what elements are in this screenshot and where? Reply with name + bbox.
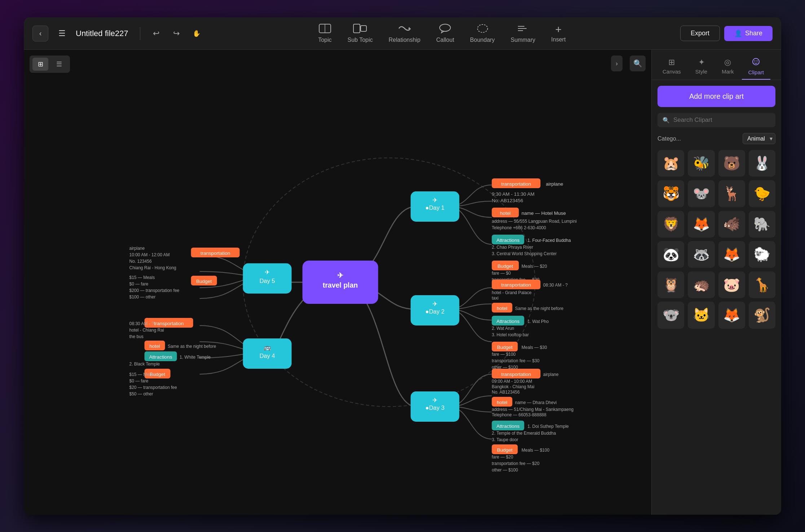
clipart-item[interactable]: 🐑 bbox=[749, 241, 775, 268]
svg-text:●Day 3: ●Day 3 bbox=[425, 404, 444, 411]
svg-text:✈: ✈ bbox=[337, 271, 343, 279]
redo-button[interactable]: ↪ bbox=[169, 26, 184, 41]
svg-text:Meals — $20: Meals — $20 bbox=[522, 264, 547, 269]
tool-topic[interactable]: Topic bbox=[311, 21, 339, 46]
relationship-icon bbox=[397, 23, 412, 35]
clipart-item[interactable]: 🐼 bbox=[657, 241, 684, 268]
add-clipart-button[interactable]: Add more clip art bbox=[657, 86, 775, 107]
clipart-item[interactable]: 🦊 bbox=[718, 302, 745, 328]
tab-clipart[interactable]: Clipart bbox=[742, 54, 770, 80]
clipart-item[interactable]: 🦌 bbox=[718, 180, 745, 207]
undo-button[interactable]: ↩ bbox=[149, 26, 163, 41]
svg-text:address — 55/555 Langpuan Road: address — 55/555 Langpuan Road, Lumpini bbox=[492, 219, 577, 224]
svg-text:No. 123456: No. 123456 bbox=[129, 259, 152, 264]
svg-point-122 bbox=[753, 58, 759, 65]
share-button[interactable]: 👤 Share bbox=[724, 26, 773, 41]
svg-text:taxi: taxi bbox=[492, 296, 499, 301]
clipart-item[interactable]: 🦔 bbox=[688, 271, 714, 298]
clipart-item[interactable]: 🐤 bbox=[749, 180, 775, 207]
svg-rect-3 bbox=[361, 26, 366, 31]
clipart-item[interactable]: 🦉 bbox=[657, 271, 684, 298]
svg-text:Budget: Budget bbox=[196, 279, 212, 284]
clipart-item[interactable]: 🐰 bbox=[749, 150, 775, 177]
category-select[interactable]: Animal Nature Food Travel bbox=[743, 133, 775, 144]
clipart-item[interactable]: 🐱 bbox=[688, 302, 714, 328]
insert-icon: + bbox=[555, 24, 562, 35]
svg-text:1. Wat Pho: 1. Wat Pho bbox=[528, 319, 549, 324]
back-button[interactable]: ‹ bbox=[32, 26, 48, 41]
toolbar: ‹ ☰ Untitled file227 ↩ ↪ ✋ Topic bbox=[24, 17, 781, 50]
divider bbox=[140, 27, 140, 40]
tool-insert[interactable]: + Insert bbox=[544, 21, 573, 46]
clipart-item[interactable]: 🐘 bbox=[749, 211, 775, 238]
canvas-area[interactable]: ⊞ ☰ › 🔍 bbox=[24, 50, 651, 515]
clipart-item[interactable]: 🐗 bbox=[718, 211, 745, 238]
summary-label: Summary bbox=[511, 37, 535, 43]
svg-point-6 bbox=[440, 24, 450, 31]
svg-text:address — 51/Chiang Mai - Sank: address — 51/Chiang Mai - Sankampaeng bbox=[492, 407, 574, 412]
svg-text:08:30 AM - ?: 08:30 AM - ? bbox=[129, 321, 154, 326]
mark-tab-label: Mark bbox=[722, 68, 734, 75]
category-label: Catego... bbox=[657, 136, 681, 142]
search-clipart-input[interactable] bbox=[673, 116, 770, 124]
svg-text:3. Taupe door: 3. Taupe door bbox=[492, 437, 518, 442]
svg-text:hotel: hotel bbox=[497, 400, 507, 405]
topic-label: Topic bbox=[318, 37, 331, 43]
svg-text:hotel: hotel bbox=[149, 343, 160, 349]
svg-text:hotel - Chiang Rai: hotel - Chiang Rai bbox=[129, 328, 164, 333]
boundary-icon bbox=[476, 23, 489, 35]
toolbar-right: Export 👤 Share bbox=[680, 26, 773, 41]
svg-text:3. Hotel rooftop bar: 3. Hotel rooftop bar bbox=[492, 332, 529, 337]
subtopic-label: Sub Topic bbox=[348, 37, 373, 43]
tool-summary[interactable]: Summary bbox=[503, 21, 542, 46]
svg-text:airplane: airplane bbox=[546, 181, 563, 187]
export-button[interactable]: Export bbox=[680, 26, 720, 41]
svg-text:Attractions: Attractions bbox=[149, 354, 172, 360]
svg-text:●Day 1: ●Day 1 bbox=[425, 204, 444, 211]
tab-style[interactable]: ✦ Style bbox=[689, 54, 714, 80]
clipart-item[interactable]: 🐝 bbox=[688, 150, 714, 177]
toolbar-left: ‹ ☰ Untitled file227 ↩ ↪ ✋ bbox=[32, 26, 204, 41]
clipart-tab-icon bbox=[752, 58, 760, 68]
svg-text:$0 — fare: $0 — fare bbox=[129, 378, 149, 384]
clipart-item[interactable]: 🦒 bbox=[749, 271, 775, 298]
svg-point-7 bbox=[478, 25, 488, 32]
tool-boundary[interactable]: Boundary bbox=[463, 21, 502, 46]
tab-mark[interactable]: ◎ Mark bbox=[715, 54, 740, 80]
clipart-item[interactable]: 🦊 bbox=[718, 241, 745, 268]
svg-text:Same as the night before: Same as the night before bbox=[168, 344, 216, 349]
panel-content: Add more clip art 🔍 Catego... Animal Nat… bbox=[652, 80, 781, 515]
svg-text:hotel: hotel bbox=[497, 306, 507, 311]
mark-tab-icon: ◎ bbox=[724, 58, 731, 67]
clipart-item[interactable]: 🐨 bbox=[657, 302, 684, 328]
clipart-item[interactable]: 🐒 bbox=[749, 302, 775, 328]
svg-text:🚌: 🚌 bbox=[264, 343, 271, 351]
clipart-item[interactable]: 🦊 bbox=[688, 211, 714, 238]
svg-text:hotel - Grand Palace: hotel - Grand Palace bbox=[492, 290, 532, 295]
tool-subtopic[interactable]: Sub Topic bbox=[340, 21, 380, 46]
svg-text:Chiang Rai - Hong Kong: Chiang Rai - Hong Kong bbox=[129, 265, 176, 270]
svg-text:Bangkok - Chiang Mai: Bangkok - Chiang Mai bbox=[492, 384, 535, 389]
hand-tool[interactable]: ✋ bbox=[189, 26, 204, 41]
tab-canvas[interactable]: ⊞ Canvas bbox=[656, 54, 687, 80]
clipart-item[interactable]: 🦝 bbox=[688, 241, 714, 268]
svg-text:$50 — other: $50 — other bbox=[129, 391, 153, 396]
clipart-item[interactable]: 🦁 bbox=[657, 211, 684, 238]
svg-text:airplane: airplane bbox=[129, 246, 145, 251]
topic-icon bbox=[318, 23, 331, 35]
tool-callout[interactable]: Callout bbox=[429, 21, 462, 46]
toolbar-tools: Topic Sub Topic bbox=[210, 21, 674, 46]
svg-text:Same as the night before: Same as the night before bbox=[515, 306, 563, 311]
clipart-item[interactable]: 🐯 bbox=[657, 180, 684, 207]
menu-button[interactable]: ☰ bbox=[54, 26, 70, 41]
svg-text:Meals — $100: Meals — $100 bbox=[522, 448, 550, 453]
svg-text:$15 — Meals: $15 — Meals bbox=[129, 275, 155, 280]
svg-text:✈: ✈ bbox=[265, 269, 270, 275]
clipart-item[interactable]: 🐻 bbox=[718, 150, 745, 177]
tool-relationship[interactable]: Relationship bbox=[381, 21, 427, 46]
clipart-item[interactable]: 🐭 bbox=[688, 180, 714, 207]
svg-text:the bus: the bus bbox=[129, 334, 144, 339]
clipart-item[interactable]: 🐷 bbox=[718, 271, 745, 298]
clipart-item[interactable]: 🐹 bbox=[657, 150, 684, 177]
svg-text:✈: ✈ bbox=[432, 197, 437, 203]
